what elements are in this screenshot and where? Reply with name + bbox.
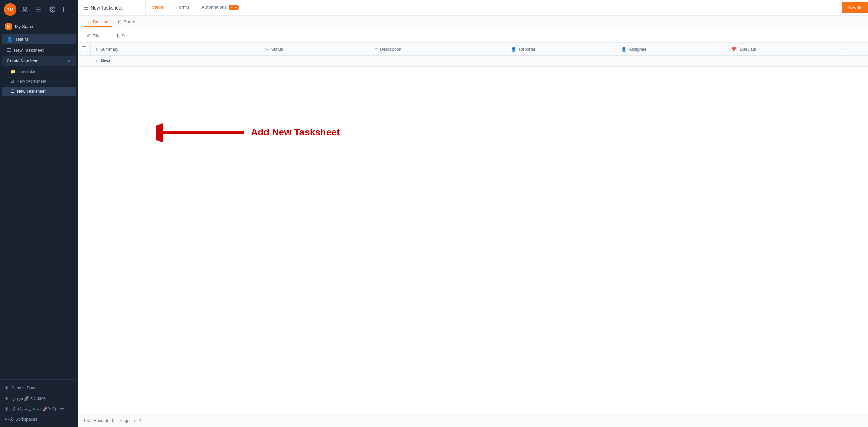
add-view-button[interactable]: +	[141, 18, 150, 27]
col-header-description[interactable]: ≡ Description	[370, 43, 506, 56]
tasksheet-icon: ☰	[10, 89, 14, 94]
chat-icon[interactable]	[61, 5, 71, 14]
tab-views[interactable]: Views	[146, 0, 170, 15]
sidebar-item-new-tasksheet-parent[interactable]: ☰ New Tasksheet	[2, 45, 76, 55]
tab-views-label: Views	[152, 5, 164, 10]
sort-label: Sort...	[122, 34, 133, 38]
new-folder-label: new folder	[18, 69, 38, 74]
view-tab-board[interactable]: ⊞ Board	[114, 17, 139, 27]
users-icon[interactable]	[20, 5, 30, 14]
col-reporter-label: Reporter	[519, 47, 535, 52]
col-header-assignee[interactable]: 👤 Assignee	[616, 43, 727, 56]
filter-button[interactable]: ⚟ Filter...	[83, 32, 109, 40]
group-label: New	[101, 58, 110, 63]
checkbox-header[interactable]	[78, 43, 90, 56]
grid-icon: ⊞	[5, 385, 8, 390]
sidebar-item-test-m[interactable]: 👤 Test M	[2, 34, 76, 44]
filter-bar: ⚟ Filter... ⇅ Sort...	[78, 29, 868, 43]
board-label: Board	[123, 19, 135, 24]
col-header-duedate[interactable]: 📅 DueDate	[727, 43, 837, 56]
add-column-button[interactable]: +	[837, 43, 868, 56]
expand-icon[interactable]: +	[95, 58, 98, 63]
all-workspaces-label: ••• All workspaces	[5, 417, 37, 422]
sidebar-item-new-folder[interactable]: 📁 new folder	[2, 67, 76, 76]
sort-icon: ⇅	[116, 33, 120, 38]
view-tab-backlog[interactable]: ↩ Backlog	[83, 17, 113, 27]
nav-tabs: Views Forms Automations soon	[146, 0, 245, 15]
col-header-status[interactable]: ◎ Status	[260, 43, 370, 56]
grid-icon-2: ⊞	[5, 396, 8, 401]
table-footer: Total Records 0 Page ‹ 1 ›	[78, 414, 868, 427]
text-icon: T	[95, 47, 98, 52]
chevron-up-icon: ∧	[68, 58, 71, 63]
select-all-checkbox[interactable]	[82, 46, 86, 51]
col-duedate-label: DueDate	[739, 47, 756, 52]
sort-button[interactable]: ⇅ Sort...	[113, 32, 136, 40]
prev-page-button[interactable]: ‹	[132, 417, 137, 424]
col-assignee-label: Assignee	[629, 47, 646, 52]
test-m-label: Test M	[15, 37, 28, 42]
backlog-icon: ↩	[87, 19, 91, 24]
menu-icon[interactable]	[34, 5, 43, 14]
sidebar-item-demo-space[interactable]: ⊞ Demo's Space	[0, 383, 78, 393]
sidebar-top-bar: TM	[0, 0, 78, 19]
col-summary-label: Summary	[100, 47, 118, 52]
next-page-button[interactable]: ›	[143, 417, 149, 424]
page-label: Page	[120, 418, 130, 423]
new-tasksheet-parent-label: New Tasksheet	[14, 48, 44, 53]
page-number: 1	[139, 418, 141, 423]
settings-icon[interactable]	[47, 5, 57, 14]
backlog-label: Backlog	[93, 19, 108, 24]
sidebar-bottom: ⊞ Demo's Space ⊞ فروش 🚀's Space ⊞ دیجیتا…	[0, 379, 78, 427]
sidebar-item-furoush-space[interactable]: ⊞ فروش 🚀's Space	[0, 393, 78, 404]
new-tasksheet-sub-label: New Tasksheet	[17, 89, 46, 94]
annotation-text: Add New Tasksheet	[251, 127, 340, 138]
list-icon: ☰	[7, 47, 11, 53]
tab-automations-label: Automations	[201, 5, 227, 10]
create-new-item-section[interactable]: Create New Item ∧	[2, 56, 76, 66]
sidebar: TM M My Space 👤 Test M ☰ New Tasksheet C…	[0, 0, 78, 427]
furoush-space-label: فروش 🚀's Space	[11, 396, 46, 401]
sidebar-item-all-workspaces[interactable]: ••• All workspaces	[0, 414, 78, 424]
assignee-col-icon: 👤	[621, 47, 627, 52]
tab-automations[interactable]: Automations soon	[195, 0, 245, 15]
svg-point-0	[23, 7, 25, 9]
my-space-label: My Space	[15, 24, 35, 29]
new-item-button[interactable]: New Ite	[842, 2, 868, 13]
main-content: ☰ New Tasksheet Views Forms Automations …	[78, 0, 868, 427]
tasksheet-title-text: New Tasksheet	[91, 5, 123, 11]
desc-col-icon: ≡	[375, 47, 377, 52]
sidebar-item-new-tasksheet[interactable]: ☰ New Tasksheet	[2, 87, 76, 96]
group-row-new: + New	[78, 56, 868, 67]
sidebar-item-digital-marketing[interactable]: ⊞ دیجیتال مارکتینگ 🚀's Space	[0, 404, 78, 414]
tab-forms[interactable]: Forms	[170, 0, 195, 15]
arrow-svg	[156, 121, 248, 145]
filter-icon: ⚟	[87, 33, 91, 38]
worksheet-icon: ⊞	[10, 79, 14, 84]
col-status-label: Status	[271, 47, 283, 52]
col-header-reporter[interactable]: 👤 Reporter	[506, 43, 616, 56]
digital-marketing-label: دیجیتال مارکتینگ 🚀's Space	[11, 406, 64, 411]
reporter-col-icon: 👤	[511, 47, 516, 52]
data-table: T Summary ◎ Status ≡ Description 👤 Repor…	[78, 43, 868, 67]
svg-point-4	[52, 9, 53, 11]
tasksheet-nav-icon: ☰	[84, 5, 88, 11]
grid-icon-3: ⊞	[5, 406, 8, 411]
annotation-overlay: Add New Tasksheet	[156, 121, 376, 148]
user-icon: 👤	[7, 36, 13, 42]
top-nav: ☰ New Tasksheet Views Forms Automations …	[78, 0, 868, 16]
page-navigation: Page ‹ 1 ›	[120, 417, 149, 424]
board-icon: ⊞	[118, 19, 122, 24]
new-worksheet-label: New Worksheet	[17, 79, 46, 84]
avatar[interactable]: TM	[4, 3, 16, 16]
col-header-summary[interactable]: T Summary	[90, 43, 260, 56]
create-new-item-label: Create New Item	[7, 59, 38, 63]
total-records-label: Total Records	[83, 418, 109, 423]
my-space-avatar: M	[5, 23, 12, 30]
demo-space-label: Demo's Space	[11, 386, 39, 390]
sidebar-item-my-space[interactable]: M My Space	[0, 19, 78, 34]
tab-forms-label: Forms	[176, 5, 189, 10]
total-count: 0	[112, 418, 114, 423]
tasksheet-title-area: ☰ New Tasksheet	[78, 0, 146, 15]
sidebar-item-new-worksheet[interactable]: ⊞ New Worksheet	[2, 77, 76, 86]
